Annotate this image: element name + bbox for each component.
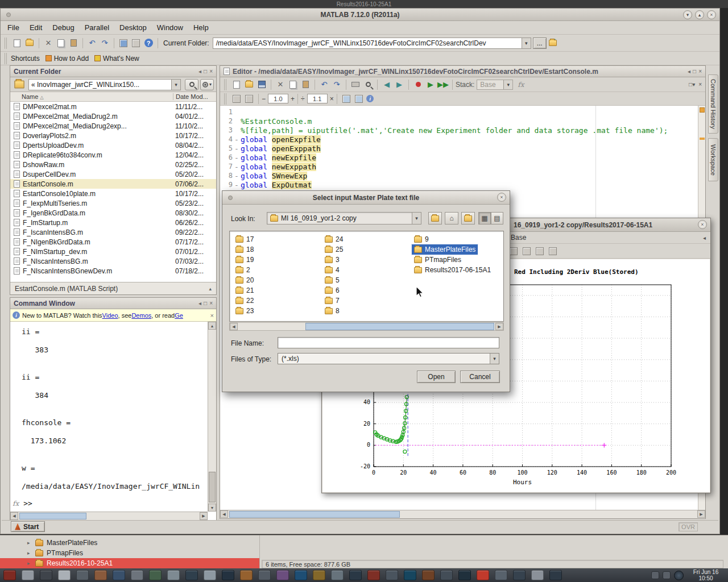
file-row[interactable]: DoverlayPlots2.m10/17/2... [10, 131, 216, 140]
copy-icon[interactable] [55, 38, 67, 49]
close-panel-icon[interactable]: × [698, 68, 702, 74]
code-line[interactable]: 4-global openExpfile [220, 135, 697, 144]
tile-windows-icon[interactable]: □▾ [689, 81, 695, 88]
taskbar-app-icon[interactable] [22, 570, 34, 580]
code-line[interactable]: 7-global newExppath [220, 163, 697, 172]
tree-item[interactable]: ▸PTmapFiles [0, 548, 259, 558]
divide-icon[interactable]: ÷ [301, 95, 305, 103]
browse-folder-button[interactable]: ... [533, 38, 547, 49]
tree-item[interactable]: ▸MasterPlateFiles [0, 538, 259, 548]
close-editor-icon[interactable]: × [698, 81, 702, 88]
increment-icon[interactable]: + [291, 95, 295, 103]
line-number[interactable]: 7 [220, 163, 233, 172]
command-prompt-row[interactable]: fx >> [13, 499, 32, 508]
taskbar-app-icon[interactable] [222, 570, 234, 580]
scroll-right-icon[interactable]: ▶ [200, 512, 208, 520]
toolbar-grip[interactable] [224, 93, 228, 105]
scroll-right-icon[interactable]: ▶ [697, 510, 705, 518]
tree-item[interactable]: ▸Results2016-10-25A1 [0, 558, 259, 568]
breakpoint-gutter[interactable]: - [233, 153, 241, 163]
tray-icon[interactable] [663, 571, 671, 579]
redo-icon[interactable]: ↷ [99, 38, 110, 49]
shortcuts-grip[interactable] [5, 53, 8, 64]
folder-item[interactable]: 7 [322, 296, 342, 306]
file-details-footer[interactable]: EstartConsole.m (MATLAB Script) ▴ [10, 282, 216, 294]
scroll-right-icon[interactable]: ▶ [495, 323, 503, 330]
folder-item[interactable]: 22 [233, 296, 256, 306]
folder-item[interactable]: 20 [233, 275, 256, 285]
open-file-icon[interactable] [243, 79, 255, 90]
actions-button[interactable]: ▾ [200, 79, 214, 90]
maximize-panel-icon[interactable]: □ [204, 300, 207, 306]
taskbar-app-icon[interactable] [40, 570, 52, 580]
shortcut-how-to-add[interactable]: How to Add [54, 55, 89, 63]
insert-text-icon[interactable] [510, 247, 518, 255]
scrollbar-thumb[interactable] [305, 323, 494, 330]
code-line[interactable]: 9-global ExpOutmat [220, 181, 697, 190]
file-row[interactable]: DsuperCellDev.m05/20/2... [10, 169, 216, 179]
new-folder-button[interactable] [461, 212, 475, 225]
scrollbar-thumb[interactable] [209, 472, 216, 502]
folder-item[interactable]: 23 [233, 306, 256, 316]
scroll-down-icon[interactable]: ▼ [208, 504, 216, 512]
file-row[interactable]: F_NIscanIntensBGnewDev.m07/18/2... [10, 266, 216, 276]
menu-help[interactable]: Help [193, 23, 209, 32]
grid-view-button[interactable]: ▦ [478, 212, 491, 225]
taskbar-app-icon[interactable] [440, 570, 453, 580]
file-row[interactable]: DReplicate96to384conv.m12/04/2... [10, 150, 216, 160]
folder-item[interactable]: 9 [412, 234, 431, 244]
scrollbar-thumb[interactable] [229, 511, 400, 518]
open-file-icon[interactable] [24, 38, 35, 49]
taskbar-app-icon[interactable] [113, 570, 125, 580]
stack-combo[interactable]: Base▾ [477, 80, 513, 90]
breakpoint-gutter[interactable]: - [233, 181, 241, 190]
paste-icon[interactable] [68, 38, 79, 49]
file-row[interactable]: EstartConsole10plate.m10/17/2... [10, 189, 216, 198]
code-line[interactable]: 8-global SWnewExp [220, 172, 697, 181]
paste-icon[interactable] [300, 79, 311, 90]
file-row[interactable]: F_ImStartup.m06/26/2... [10, 218, 216, 227]
hide-plot-tools-icon[interactable] [536, 247, 544, 255]
value-field-2[interactable]: 1.1 [307, 94, 328, 103]
chevron-down-icon[interactable]: ▾ [171, 80, 180, 90]
taskbar-app-icon[interactable] [458, 570, 471, 580]
files-of-type-combo[interactable]: (*.xls) ▾ [278, 353, 499, 364]
forward-icon[interactable]: ▶ [394, 79, 405, 90]
file-row[interactable]: DshowRaw.m02/25/2... [10, 160, 216, 169]
folder-item[interactable]: 8 [322, 306, 342, 316]
network-globe-icon[interactable] [674, 571, 684, 580]
folder-item[interactable]: 4 [322, 265, 342, 275]
run-icon[interactable]: ▶ [425, 79, 436, 90]
fx-icon[interactable]: fx [518, 81, 524, 89]
video-link[interactable]: Video [102, 312, 118, 319]
look-in-combo[interactable]: MI 16_0919_yor1-2 copy ▾ [267, 212, 421, 225]
eval-cell-icon[interactable] [341, 93, 352, 105]
taskbar-app-icon[interactable] [295, 570, 307, 580]
close-button[interactable]: × [707, 10, 716, 19]
file-row[interactable]: DMPexcel2mat.m11/11/2... [10, 102, 216, 111]
taskbar-app-icon[interactable] [513, 570, 526, 580]
command-window-body[interactable]: ii = 383 ii = 384 fhconsole = 173.1062 w… [10, 322, 216, 520]
close-button[interactable]: × [698, 220, 707, 229]
guide-icon[interactable] [130, 38, 142, 49]
collapse-icon[interactable]: ▴ [209, 286, 212, 292]
breakpoint-gutter[interactable] [233, 108, 241, 117]
folder-item[interactable]: 3 [322, 255, 342, 265]
menu-edit[interactable]: Edit [30, 23, 42, 32]
save-icon[interactable] [256, 79, 267, 90]
taskbar-app-icon[interactable] [404, 570, 416, 580]
folder-list[interactable]: 171819220212223 2425345678 9MasterPlateF… [229, 231, 504, 322]
folder-item[interactable]: MasterPlateFiles [412, 244, 478, 255]
breakpoint-gutter[interactable]: - [233, 135, 241, 144]
info-icon[interactable]: i [366, 93, 377, 105]
chevron-down-icon[interactable]: ▾ [412, 213, 421, 224]
taskbar-app-icon[interactable] [131, 570, 143, 580]
back-icon[interactable]: ◀ [381, 79, 392, 90]
taskbar-app-icon[interactable] [313, 570, 325, 580]
taskbar-app-icon[interactable] [477, 570, 489, 580]
file-row[interactable]: F_NImStartup_dev.m07/01/2... [10, 247, 216, 256]
scroll-left-icon[interactable]: ◀ [10, 512, 18, 520]
undock-icon[interactable]: ◂ [198, 68, 201, 74]
current-folder-path-combo[interactable]: /media/data/EASY/InovImager_jwrCF_WINLin… [213, 38, 531, 49]
maximize-button[interactable]: ▴ [695, 10, 704, 19]
